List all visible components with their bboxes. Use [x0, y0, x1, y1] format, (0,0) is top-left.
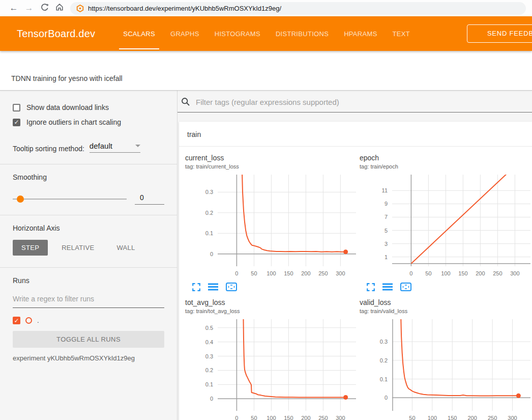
chart-tag: tag: train/tot_avg_loss [185, 308, 360, 314]
tab-graphs[interactable]: GRAPHS [163, 16, 207, 51]
svg-text:1: 1 [385, 254, 388, 260]
experiment-title: TDNN training for yesno with icefall [11, 74, 123, 82]
chevron-down-icon [135, 145, 140, 147]
sidebar-divider [0, 215, 177, 215]
svg-text:250: 250 [488, 415, 497, 420]
svg-text:250: 250 [493, 270, 502, 276]
smoothing-slider-thumb[interactable] [17, 195, 24, 203]
svg-text:0.1: 0.1 [380, 376, 388, 382]
chart-tag: tag: train/current_loss [185, 163, 360, 170]
svg-text:50: 50 [425, 270, 431, 276]
svg-text:100: 100 [267, 270, 276, 276]
forward-icon[interactable]: → [21, 0, 37, 16]
scalar-chart-valid_loss: valid_loss tag: train/valid_loss 5010015… [360, 298, 532, 420]
smoothing-slider-row: 0 [13, 193, 164, 205]
tag-filter-input[interactable]: Filter tags (regular expressions support… [196, 98, 339, 106]
svg-text:0.4: 0.4 [205, 339, 213, 345]
horizontal-axis-label: Horizontal Axis [13, 224, 164, 232]
horizontal-axis-buttons: STEPRELATIVEWALL [13, 240, 164, 256]
tooltip-sorting-select[interactable]: default [90, 142, 140, 153]
svg-text:150: 150 [284, 270, 293, 276]
tab-scalars[interactable]: SCALARS [115, 16, 163, 51]
svg-text:100: 100 [267, 415, 276, 420]
log-scale-icon[interactable] [208, 283, 218, 291]
svg-text:0.2: 0.2 [205, 367, 213, 373]
svg-text:0: 0 [235, 270, 238, 276]
chart-tag: tag: train/valid_loss [360, 308, 532, 314]
svg-text:300: 300 [336, 270, 345, 276]
smoothing-slider[interactable] [13, 199, 127, 200]
svg-text:200: 200 [476, 270, 485, 276]
tab-histograms[interactable]: HISTOGRAMS [207, 16, 268, 51]
chart-plot[interactable]: 0501001502002503001357911 [360, 173, 532, 282]
scalar-chart-current_loss: current_loss tag: train/current_loss 050… [185, 154, 360, 291]
reload-icon[interactable] [37, 0, 52, 17]
ignore-outliers-row: ✓ Ignore outliers in chart scaling [13, 118, 164, 126]
expand-chart-icon[interactable] [367, 283, 375, 291]
section-title[interactable]: train [179, 122, 532, 147]
brand-logo[interactable]: TensorBoard.dev [17, 28, 95, 40]
send-feedback-button[interactable]: SEND FEEDBACK [467, 24, 532, 43]
chart-title: epoch [360, 154, 532, 162]
tab-text[interactable]: TEXT [385, 16, 418, 51]
chart-plot[interactable]: 5010015020025030000.10.20.3 [360, 317, 532, 420]
chart-plot[interactable]: 05010015020025030000.10.20.30.40.5 [185, 317, 360, 420]
svg-text:100: 100 [441, 270, 450, 276]
axis-option-wall[interactable]: WALL [108, 240, 143, 256]
runs-filter-input[interactable]: Write a regex to filter runs [13, 295, 164, 308]
chart-actions [185, 283, 360, 291]
run-color-swatch [25, 317, 32, 324]
run-name: . [37, 317, 39, 324]
runs-label: Runs [13, 276, 164, 285]
smoothing-value[interactable]: 0 [135, 193, 164, 205]
svg-text:0.3: 0.3 [380, 339, 388, 345]
show-download-links-checkbox[interactable] [13, 104, 20, 111]
tensorboard-favicon [76, 5, 84, 12]
url-text: https://tensorboard.dev/experiment/yKUbh… [88, 5, 281, 12]
chart-plot[interactable]: 05010015020025030000.10.20.3 [185, 173, 360, 282]
svg-text:0.3: 0.3 [205, 353, 213, 359]
svg-text:300: 300 [510, 270, 519, 276]
tooltip-sorting-row: Tooltip sorting method: default [13, 142, 164, 153]
svg-text:0.5: 0.5 [205, 325, 213, 331]
tag-filter-row[interactable]: Filter tags (regular expressions support… [178, 97, 532, 113]
log-scale-icon[interactable] [382, 283, 393, 291]
fit-domain-icon[interactable] [400, 283, 411, 291]
chart-actions [360, 283, 532, 291]
svg-text:0.3: 0.3 [205, 189, 213, 195]
expand-chart-icon[interactable] [192, 283, 200, 291]
svg-text:300: 300 [336, 415, 345, 420]
home-icon[interactable] [52, 0, 67, 17]
search-icon [181, 97, 190, 106]
axis-option-step[interactable]: STEP [13, 240, 48, 256]
svg-text:5: 5 [385, 228, 388, 234]
tab-hparams[interactable]: HPARAMS [336, 16, 385, 51]
scalar-chart-epoch: epoch tag: train/epoch 05010015020025030… [360, 154, 532, 291]
url-bar[interactable]: https://tensorboard.dev/experiment/yKUbh… [70, 2, 526, 15]
chart-title: current_loss [185, 154, 360, 162]
scalar-chart-tot_avg_loss: tot_avg_loss tag: train/tot_avg_loss 050… [185, 298, 360, 420]
svg-text:200: 200 [301, 415, 310, 420]
ignore-outliers-checkbox[interactable]: ✓ [13, 119, 20, 126]
chart-svg: 05010015020025030000.10.20.30.40.5 [185, 317, 357, 420]
svg-text:0: 0 [409, 270, 412, 276]
nav-tabs: SCALARSGRAPHSHISTOGRAMSDISTRIBUTIONSHPAR… [115, 16, 418, 51]
svg-text:0.1: 0.1 [205, 230, 213, 236]
svg-text:9: 9 [385, 201, 388, 207]
tooltip-sorting-value: default [90, 142, 112, 150]
run-checkbox[interactable]: ✓ [13, 317, 20, 324]
svg-text:250: 250 [318, 270, 328, 276]
fit-domain-icon[interactable] [226, 283, 237, 291]
main-panel: Filter tags (regular expressions support… [178, 91, 532, 420]
toggle-all-runs-button[interactable]: TOGGLE ALL RUNS [13, 331, 164, 348]
chart-svg: 05010015020025030000.10.20.3 [185, 173, 357, 279]
svg-text:7: 7 [385, 214, 388, 220]
svg-text:0.2: 0.2 [380, 357, 388, 363]
back-icon[interactable]: ← [6, 0, 21, 16]
tab-distributions[interactable]: DISTRIBUTIONS [268, 16, 336, 51]
show-download-links-row: Show data download links [13, 103, 164, 111]
svg-text:100: 100 [428, 415, 437, 420]
show-download-links-label: Show data download links [26, 103, 109, 111]
svg-text:50: 50 [409, 415, 415, 420]
axis-option-relative[interactable]: RELATIVE [53, 240, 103, 256]
